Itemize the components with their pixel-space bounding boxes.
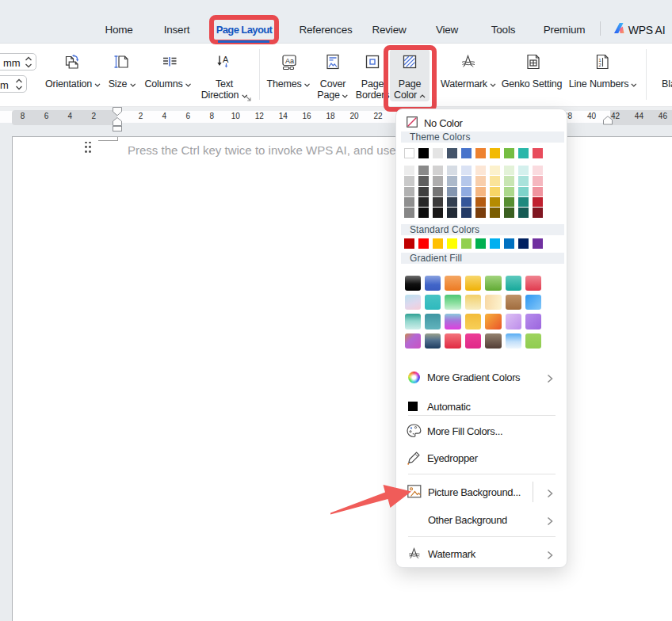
svg-text:2: 2 [599,63,601,67]
svg-text:A: A [223,55,229,64]
svg-text:Aa: Aa [285,57,294,65]
